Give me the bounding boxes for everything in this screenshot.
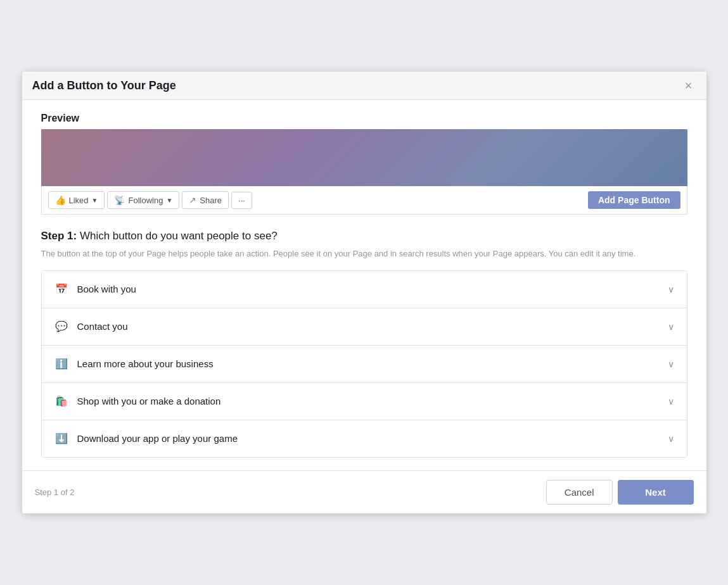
- footer-buttons: Cancel Next: [546, 480, 694, 505]
- option-shop-label: Shop with you or make a donation: [77, 396, 221, 406]
- following-label: Following: [128, 196, 163, 205]
- modal-title: Add a Button to Your Page: [32, 79, 176, 92]
- option-book-label: Book with you: [77, 284, 136, 294]
- shop-icon: 🛍️: [54, 394, 68, 408]
- option-learn-chevron: ∨: [668, 359, 674, 369]
- modal-overlay: Add a Button to Your Page × Preview 👍 Li…: [0, 0, 728, 585]
- option-learn-label: Learn more about your business: [77, 358, 214, 369]
- options-list: 📅 Book with you ∨ 💬 Contact you ∨ ℹ️: [41, 270, 687, 458]
- share-button[interactable]: ↗ Share: [182, 191, 229, 209]
- next-button[interactable]: Next: [618, 480, 694, 505]
- more-button[interactable]: ···: [231, 192, 252, 209]
- preview-actions-bar: 👍 Liked ▼ 📡 Following ▼ ↗ Share ··· Add …: [41, 186, 687, 215]
- contact-icon: 💬: [54, 320, 68, 334]
- step-indicator: Step 1 of 2: [35, 487, 75, 497]
- liked-button[interactable]: 👍 Liked ▼: [48, 191, 105, 209]
- step-heading: Step 1: Which button do you want people …: [41, 230, 687, 242]
- following-icon: 📡: [114, 195, 125, 205]
- option-download-left: ⬇️ Download your app or play your game: [54, 432, 238, 446]
- option-shop-chevron: ∨: [668, 396, 674, 406]
- option-contact-left: 💬 Contact you: [54, 320, 128, 334]
- option-shop[interactable]: 🛍️ Shop with you or make a donation ∨: [42, 383, 687, 420]
- modal-body: Preview 👍 Liked ▼ 📡 Following ▼ ↗ Share: [22, 100, 706, 470]
- banner-overlay: [41, 129, 687, 186]
- learn-icon: ℹ️: [54, 357, 68, 371]
- option-book[interactable]: 📅 Book with you ∨: [42, 271, 687, 308]
- step-heading-rest: Which button do you want people to see?: [77, 230, 278, 242]
- following-button[interactable]: 📡 Following ▼: [107, 191, 179, 209]
- option-contact-label: Contact you: [77, 321, 128, 332]
- modal-dialog: Add a Button to Your Page × Preview 👍 Li…: [22, 72, 706, 513]
- following-chevron-icon: ▼: [166, 197, 172, 204]
- liked-label: Liked: [69, 196, 89, 205]
- liked-chevron-icon: ▼: [92, 197, 98, 204]
- cancel-button[interactable]: Cancel: [546, 480, 613, 505]
- step-description: The button at the top of your Page helps…: [41, 248, 687, 260]
- option-learn[interactable]: ℹ️ Learn more about your business ∨: [42, 346, 687, 383]
- download-icon: ⬇️: [54, 432, 68, 446]
- more-label: ···: [238, 196, 245, 205]
- close-button[interactable]: ×: [681, 78, 696, 93]
- add-page-button[interactable]: Add Page Button: [588, 191, 680, 209]
- option-book-left: 📅 Book with you: [54, 282, 136, 296]
- option-download-chevron: ∨: [668, 434, 674, 444]
- preview-banner: [41, 129, 687, 186]
- option-shop-left: 🛍️ Shop with you or make a donation: [54, 394, 221, 408]
- option-contact-chevron: ∨: [668, 322, 674, 332]
- preview-label: Preview: [41, 113, 687, 124]
- share-label: Share: [200, 196, 222, 205]
- share-icon: ↗: [189, 195, 196, 205]
- step-heading-bold: Step 1:: [41, 230, 77, 242]
- option-learn-left: ℹ️ Learn more about your business: [54, 357, 214, 371]
- thumbs-up-icon: 👍: [55, 195, 66, 205]
- option-book-chevron: ∨: [668, 284, 674, 294]
- modal-header: Add a Button to Your Page ×: [22, 72, 706, 100]
- book-icon: 📅: [54, 282, 68, 296]
- modal-footer: Step 1 of 2 Cancel Next: [22, 470, 706, 513]
- option-download[interactable]: ⬇️ Download your app or play your game ∨: [42, 420, 687, 457]
- option-download-label: Download your app or play your game: [77, 433, 238, 444]
- option-contact[interactable]: 💬 Contact you ∨: [42, 308, 687, 346]
